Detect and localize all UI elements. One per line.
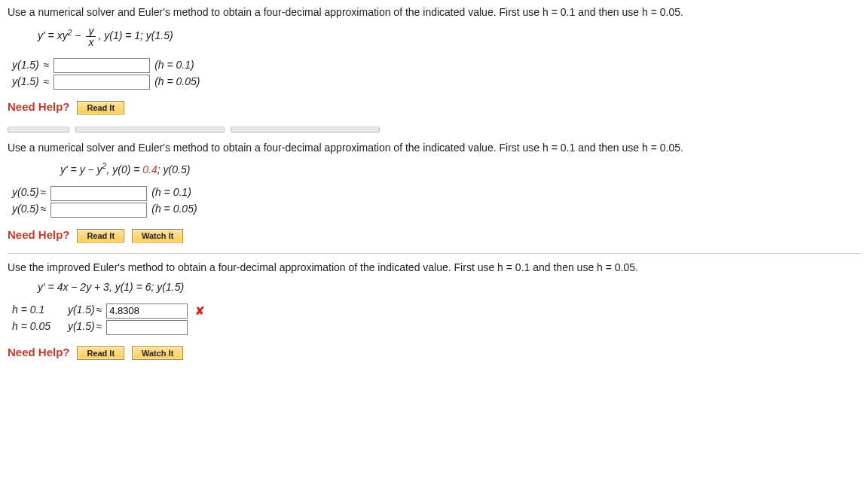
read-it-button[interactable]: Read It xyxy=(77,229,124,242)
need-help-label: Need Help? xyxy=(8,228,70,241)
answer-label: y(1.5)≈ xyxy=(68,320,103,332)
answer-label: y(1.5)≈ xyxy=(68,303,103,316)
answer-row: y(1.5) ≈ (h = 0.1) xyxy=(12,58,860,73)
problem-3: Use the improved Euler's method to obtai… xyxy=(8,253,860,368)
answer-input-h005[interactable] xyxy=(50,203,147,218)
step-size-label: (h = 0.1) xyxy=(151,186,191,198)
equation: y' = 4x − 2y + 3, y(1) = 6; y(1.5) xyxy=(38,281,860,293)
need-help: Need Help? Read It Watch It xyxy=(8,346,860,360)
section-divider xyxy=(8,127,860,133)
answer-row: h = 0.05 y(1.5)≈ xyxy=(12,320,860,335)
equation: y' = y − y2, y(0) = 0.4; y(0.5) xyxy=(60,161,860,175)
answer-inputs: y(0.5)≈ (h = 0.1) y(0.5)≈ (h = 0.05) xyxy=(12,186,860,218)
prompt: Use a numerical solver and Euler's metho… xyxy=(8,6,860,18)
problem-1: Use a numerical solver and Euler's metho… xyxy=(8,6,860,122)
need-help: Need Help? Read It Watch It xyxy=(8,228,860,242)
answer-input-h005[interactable] xyxy=(53,75,150,90)
equation: y' = xy2 − yx, y(1) = 1; y(1.5) xyxy=(38,26,860,47)
need-help-label: Need Help? xyxy=(8,346,70,358)
need-help: Need Help? Read It xyxy=(8,100,860,114)
answer-label: y(0.5)≈ xyxy=(12,203,47,215)
answer-input-h005[interactable] xyxy=(106,320,188,335)
watch-it-button[interactable]: Watch It xyxy=(132,346,183,360)
answer-label: y(1.5) ≈ xyxy=(12,75,50,87)
prompt: Use the improved Euler's method to obtai… xyxy=(8,261,860,273)
answer-inputs: h = 0.1 y(1.5)≈ ✘ h = 0.05 y(1.5)≈ xyxy=(12,303,860,335)
answer-input-h01[interactable] xyxy=(106,303,188,319)
step-size-pre: h = 0.05 xyxy=(12,320,65,332)
answer-row: y(1.5) ≈ (h = 0.05) xyxy=(12,75,860,90)
answer-row: h = 0.1 y(1.5)≈ ✘ xyxy=(12,303,860,319)
step-size-pre: h = 0.1 xyxy=(12,303,65,316)
problem-2: Use a numerical solver and Euler's metho… xyxy=(8,142,860,250)
answer-label: y(1.5) ≈ xyxy=(12,59,50,71)
step-size-label: (h = 0.05) xyxy=(151,203,197,215)
read-it-button[interactable]: Read It xyxy=(77,101,124,114)
step-size-label: (h = 0.05) xyxy=(154,75,200,87)
answer-inputs: y(1.5) ≈ (h = 0.1) y(1.5) ≈ (h = 0.05) xyxy=(12,58,860,90)
read-it-button[interactable]: Read It xyxy=(77,346,124,360)
answer-label: y(0.5)≈ xyxy=(12,186,47,198)
prompt: Use a numerical solver and Euler's metho… xyxy=(8,142,860,154)
watch-it-button[interactable]: Watch It xyxy=(132,229,183,242)
incorrect-icon: ✘ xyxy=(195,304,205,318)
answer-input-h01[interactable] xyxy=(50,186,147,201)
answer-input-h01[interactable] xyxy=(53,58,150,73)
answer-row: y(0.5)≈ (h = 0.1) xyxy=(12,186,860,201)
need-help-label: Need Help? xyxy=(8,100,70,113)
answer-row: y(0.5)≈ (h = 0.05) xyxy=(12,203,860,218)
step-size-label: (h = 0.1) xyxy=(154,59,194,71)
